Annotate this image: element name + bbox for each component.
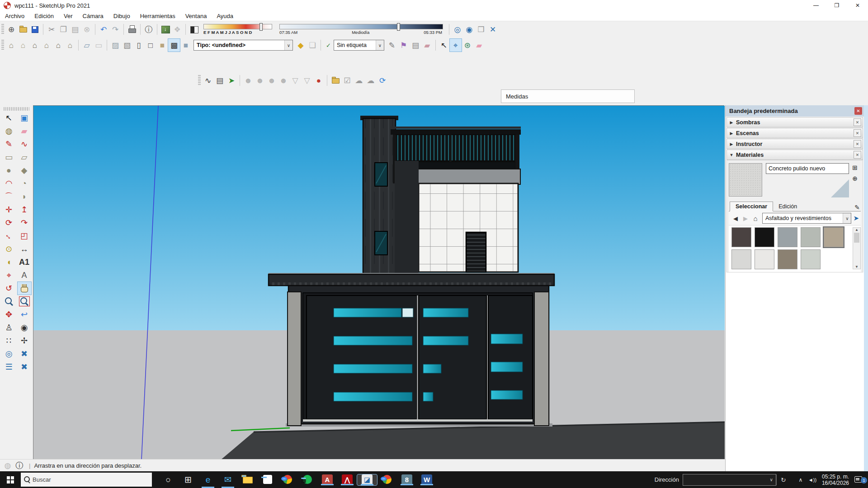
stacked-boxes-icon[interactable]: ❒ bbox=[475, 23, 487, 36]
x-gear-tool[interactable]: ✖ bbox=[18, 361, 31, 373]
spline-curve-icon[interactable]: ∿ bbox=[202, 74, 214, 87]
model-viewport[interactable] bbox=[33, 105, 724, 459]
layers-arrow-tool[interactable]: ☰ bbox=[2, 361, 16, 373]
month-slider-thumb[interactable] bbox=[259, 23, 263, 31]
cloud-upload-icon[interactable]: ☁ bbox=[353, 74, 365, 87]
shadow-time-slider[interactable]: 07:35 AM Mediodía 05:33 PM bbox=[279, 24, 443, 35]
mail-icon[interactable]: ✉ bbox=[218, 471, 238, 488]
status-geo-icon[interactable]: ◍ bbox=[2, 460, 14, 472]
word-icon[interactable]: W bbox=[417, 474, 437, 485]
circle-tool[interactable]: ● bbox=[2, 164, 16, 177]
start-button[interactable] bbox=[0, 471, 21, 488]
compass-globe-icon[interactable]: ⊛ bbox=[462, 39, 473, 52]
hex-magnifier-icon[interactable]: ◎ bbox=[452, 23, 463, 36]
palette-drag-handle[interactable] bbox=[4, 107, 29, 111]
tag-dropdown[interactable]: Sin etiqueta ∨ bbox=[334, 40, 384, 51]
pie-tool[interactable]: ◗ bbox=[18, 190, 31, 203]
tab-seleccionar[interactable]: Seleccionar bbox=[730, 202, 773, 211]
style-wireframe-icon[interactable]: ▯ bbox=[133, 39, 145, 52]
polygon-tool[interactable]: ◆ bbox=[18, 164, 31, 177]
view-back-icon[interactable]: ⌂ bbox=[52, 39, 64, 52]
person-add-icon[interactable]: ☻ bbox=[242, 74, 254, 87]
menu-edicion[interactable]: Edición bbox=[29, 13, 59, 19]
hidden-icons-chevron[interactable]: ∧ bbox=[795, 477, 807, 483]
rotated-rectangle-tool[interactable]: ▱ bbox=[18, 151, 31, 164]
section-escenas[interactable]: ▶ Escenas ✕ bbox=[726, 128, 863, 138]
dimension-tool[interactable]: ↔ bbox=[18, 243, 31, 255]
tab-edicion[interactable]: Edición bbox=[773, 202, 802, 211]
notification-center-icon[interactable]: 1 bbox=[853, 471, 866, 488]
style-back-edges-icon[interactable]: ▧ bbox=[121, 39, 133, 52]
store-icon[interactable] bbox=[258, 471, 278, 488]
paste-icon[interactable]: ▤ bbox=[69, 23, 81, 36]
menu-ver[interactable]: Ver bbox=[59, 13, 78, 19]
menu-ayuda[interactable]: Ayuda bbox=[212, 13, 238, 19]
record-stop-icon[interactable]: ● bbox=[313, 74, 325, 87]
swatch-wood-form[interactable] bbox=[778, 249, 797, 269]
app-8-icon[interactable]: 8 bbox=[397, 474, 417, 485]
select-arrow-icon[interactable]: ↖ bbox=[438, 39, 450, 52]
sync-icon[interactable]: ⟳ bbox=[377, 74, 388, 87]
select-tool[interactable]: ↖ bbox=[2, 112, 16, 124]
restore-button[interactable]: ❐ bbox=[826, 0, 847, 11]
section-display-icon[interactable]: ▱ bbox=[81, 39, 93, 52]
speaker-icon[interactable]: ◄)) bbox=[807, 477, 818, 483]
line-tool[interactable]: ✎ bbox=[2, 138, 16, 150]
report-icon[interactable]: ▤ bbox=[214, 74, 226, 87]
back-button[interactable]: ◀ bbox=[731, 215, 741, 222]
eraser2-icon[interactable]: ▰ bbox=[473, 39, 485, 52]
scroll-down-icon[interactable]: ▼ bbox=[855, 265, 859, 269]
tape-measure-tool[interactable]: ⊙ bbox=[2, 243, 16, 255]
edge-icon[interactable]: e bbox=[198, 471, 218, 488]
zoom-tool[interactable] bbox=[2, 295, 16, 308]
chrome-icon[interactable] bbox=[377, 471, 397, 488]
menu-ventana[interactable]: Ventana bbox=[180, 13, 212, 19]
cut-icon[interactable]: ✂ bbox=[46, 23, 57, 36]
text-tool[interactable]: A1 bbox=[18, 256, 31, 268]
address-input[interactable]: ∨ bbox=[683, 474, 776, 486]
classifier-type-dropdown[interactable]: Tipo: <undefined> ∨ bbox=[193, 40, 293, 51]
hex-select-tool[interactable]: ◎ bbox=[2, 347, 16, 360]
measurements-box[interactable]: Medidas bbox=[501, 89, 635, 103]
walk-tool[interactable]: ∷ bbox=[2, 334, 16, 347]
3d-text-tool[interactable]: A bbox=[18, 269, 31, 282]
acrobat-icon[interactable]: ⋀ bbox=[337, 474, 357, 485]
status-info-icon[interactable]: ⓘ bbox=[14, 460, 25, 472]
view-right-icon[interactable]: ⌂ bbox=[41, 39, 52, 52]
checkbox-icon[interactable]: ☑ bbox=[341, 74, 353, 87]
previous-view-tool[interactable]: ↩ bbox=[18, 308, 31, 321]
material-preview-thumbnail[interactable] bbox=[729, 163, 762, 197]
eraser-tool[interactable]: ▰ bbox=[18, 125, 31, 137]
classifier-tag-icon[interactable]: ◆ bbox=[295, 39, 307, 52]
time-slider-thumb[interactable] bbox=[397, 23, 400, 31]
secondary-pane-button[interactable]: ⊞ bbox=[850, 163, 859, 172]
section-materiales[interactable]: ▼ Materiales ✕ bbox=[726, 150, 863, 160]
swatch-aggregate-beige[interactable] bbox=[824, 227, 844, 247]
minimize-button[interactable]: — bbox=[806, 0, 826, 11]
section-close-icon[interactable]: ✕ bbox=[854, 118, 861, 126]
delete-icon[interactable]: ⊗ bbox=[81, 23, 93, 36]
tray-scroll-strip[interactable] bbox=[864, 105, 868, 471]
close-button[interactable]: ✕ bbox=[847, 0, 868, 11]
two-point-arc-tool[interactable]: ◔ bbox=[18, 177, 31, 190]
address-go-button[interactable]: ↻ bbox=[776, 474, 790, 485]
swatch-stucco-light[interactable] bbox=[731, 249, 751, 269]
pan-tool[interactable] bbox=[18, 282, 31, 295]
style-textured-icon[interactable]: ▩ bbox=[168, 39, 180, 52]
swatch-asphalt-dark[interactable] bbox=[731, 227, 751, 247]
section-instructor[interactable]: ▶ Instructor ✕ bbox=[726, 139, 863, 149]
section-close-icon[interactable]: ✕ bbox=[854, 151, 861, 159]
style-shaded-icon[interactable]: ■ bbox=[156, 39, 168, 52]
undo-icon[interactable]: ↶ bbox=[98, 23, 109, 36]
material-name-field[interactable]: Concreto pulido nuevo bbox=[766, 163, 849, 174]
arc-tool[interactable]: ◠ bbox=[2, 177, 16, 190]
add-location-icon[interactable] bbox=[160, 23, 171, 36]
view-front-icon[interactable]: ⌂ bbox=[29, 39, 41, 52]
style-xray-icon[interactable]: ▨ bbox=[109, 39, 121, 52]
spotify-icon[interactable] bbox=[297, 471, 317, 488]
menu-dibujo[interactable]: Dibujo bbox=[108, 13, 135, 19]
look-around-tool[interactable]: ◉ bbox=[18, 321, 31, 334]
blue-cross-tool-icon[interactable]: ✕ bbox=[487, 23, 499, 36]
move-tool[interactable]: ✛ bbox=[2, 203, 16, 216]
view-top-icon[interactable]: ⌂ bbox=[17, 39, 29, 52]
